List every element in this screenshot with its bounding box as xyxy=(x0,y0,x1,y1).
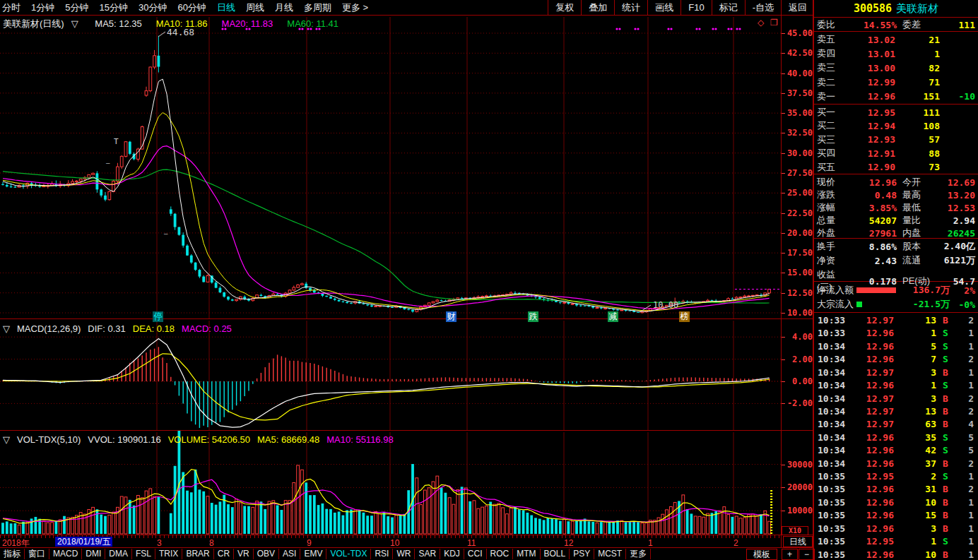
indicator-tab-SAR[interactable]: SAR xyxy=(415,549,440,559)
event-marker[interactable]: 减 xyxy=(608,311,618,322)
indicator-tab-指标[interactable]: 指标 xyxy=(0,549,25,559)
month-label: 1 xyxy=(648,538,653,548)
indicator-tab-RSI[interactable]: RSI xyxy=(371,549,393,559)
event-marker[interactable]: 榜 xyxy=(679,311,690,322)
quote-panel: 300586 美联新材 委比 14.55% 委差 111 卖五13.0221卖四… xyxy=(814,0,978,560)
toolbar-button--自选[interactable]: -自选 xyxy=(745,0,781,15)
tick-row: 10:3512.951S1 xyxy=(814,536,978,547)
axis-label: 17.50 xyxy=(782,248,813,258)
weicha-label: 委差 xyxy=(897,18,938,31)
indicator-tab-窗口[interactable]: 窗口 xyxy=(25,549,49,559)
toolbar-actions: 复权叠加统计画线F10标记-自选返回 xyxy=(548,0,814,15)
level-row: 买五12.9073 xyxy=(814,161,978,174)
indicator-tab-ROC[interactable]: ROC xyxy=(487,549,514,559)
period-tab-月线[interactable]: 月线 xyxy=(275,1,293,14)
indicator-tab-MTM[interactable]: MTM xyxy=(513,549,540,559)
tick-row: 10:3412.965S1 xyxy=(814,341,978,352)
indicator-value: DEA: 0.18 xyxy=(133,323,175,334)
indicator-tab-BOLL[interactable]: BOLL xyxy=(541,549,570,559)
selected-date-box[interactable]: 2018/01/19/五 xyxy=(55,537,112,547)
collapse-icon[interactable]: ▽ xyxy=(71,18,78,29)
toolbar-button-复权[interactable]: 复权 xyxy=(548,0,581,15)
toolbar-button-画线[interactable]: 画线 xyxy=(647,0,681,15)
indicator-tab-CR[interactable]: CR xyxy=(214,549,234,559)
macd-chart[interactable] xyxy=(0,319,814,430)
period-tab-60分钟[interactable]: 60分钟 xyxy=(177,1,206,14)
tick-row: 10:3512.9615B1 xyxy=(814,510,978,520)
indicator-tab-VOL-TDX[interactable]: VOL-TDX xyxy=(326,549,371,559)
ma-value: MA20: 11.83 xyxy=(222,18,273,29)
info-row: 涨跌0.48最高13.20 xyxy=(814,189,978,201)
indicator-tab-MCST[interactable]: MCST xyxy=(594,549,626,559)
period-box[interactable]: 日线 xyxy=(783,536,813,547)
period-tab-周线[interactable]: 周线 xyxy=(246,1,264,14)
tick-row: 10:3412.9763B4 xyxy=(814,419,978,429)
period-tab-更多 >[interactable]: 更多 > xyxy=(342,1,368,14)
month-label: 3 xyxy=(157,538,162,548)
toolbar-button-F10[interactable]: F10 xyxy=(681,0,711,15)
indicator-value: VVOL: 190901.16 xyxy=(88,434,160,445)
axis-label: 15.00 xyxy=(782,268,813,278)
block-flow-square xyxy=(856,302,862,307)
indicator-tab-ASI[interactable]: ASI xyxy=(279,549,300,559)
indicator-tab-CCI[interactable]: CCI xyxy=(464,549,487,559)
level-row: 卖二12.9971 xyxy=(814,76,978,89)
indicator-tab-FSL[interactable]: FSL xyxy=(132,549,155,559)
indicator-value: MA5: 68669.48 xyxy=(257,434,319,445)
period-tab-多周期[interactable]: 多周期 xyxy=(304,1,331,14)
indicator-tab-PSY[interactable]: PSY xyxy=(570,549,594,559)
period-tab-1分钟[interactable]: 1分钟 xyxy=(31,1,54,14)
toolbar: 分时1分钟5分钟15分钟30分钟60分钟日线周线月线多周期更多 > 复权叠加统计… xyxy=(0,0,814,15)
period-tab-日线[interactable]: 日线 xyxy=(217,1,235,14)
level-row: 卖三13.0082 xyxy=(814,61,978,74)
indicator-tab-MACD[interactable]: MACD xyxy=(49,549,82,559)
indicator-tab-WR[interactable]: WR xyxy=(393,549,415,559)
diamond-icon[interactable]: ◇ xyxy=(758,18,764,28)
app-window: 分时1分钟5分钟15分钟30分钟60分钟日线周线月线多周期更多 > 复权叠加统计… xyxy=(0,0,978,560)
level-row: 买三12.9357 xyxy=(814,133,978,146)
indicator-tab-DMI[interactable]: DMI xyxy=(82,549,105,559)
period-tab-5分钟[interactable]: 5分钟 xyxy=(65,1,88,14)
info-row: 换手8.86%股本2.40亿 xyxy=(814,240,978,253)
ma-value: MA60: 11.41 xyxy=(287,18,338,29)
toolbar-button-标记[interactable]: 标记 xyxy=(712,0,745,15)
event-marker[interactable]: 停 xyxy=(153,311,163,322)
indicator-tab-BRAR[interactable]: BRAR xyxy=(182,549,213,559)
period-tab-30分钟[interactable]: 30分钟 xyxy=(139,1,167,14)
split-window-icon[interactable]: ❐ xyxy=(770,18,778,28)
indicator-tabbar: 指标窗口MACDDMIDMAFSLTRIXBRARCRVROBVASIEMVVO… xyxy=(0,548,781,560)
axis-label: 22.50 xyxy=(782,208,813,218)
axis-label: 40.00 xyxy=(782,68,813,78)
main-candle-chart[interactable]: 44.6810.00T—— xyxy=(0,16,814,318)
toolbar-button-统计[interactable]: 统计 xyxy=(614,0,647,15)
indicator-tab-DMA[interactable]: DMA xyxy=(105,549,132,559)
date-axis: 2018年 2018/01/19/五 38910111212 xyxy=(0,535,814,547)
weibi-row: 委比 14.55% 委差 111 xyxy=(814,17,978,32)
tick-list[interactable]: 10:3312.9713B210:3312.961S110:3412.965S1… xyxy=(814,313,978,560)
collapse-icon[interactable]: ▽ xyxy=(3,434,10,445)
zoom-in-button[interactable]: + xyxy=(782,549,798,560)
collapse-icon[interactable]: ▽ xyxy=(3,323,10,334)
level-row: 卖一12.96151-10 xyxy=(814,90,978,103)
chart-title: 美联新材(日线) xyxy=(3,18,64,29)
event-marker[interactable]: 财 xyxy=(446,311,456,322)
toolbar-button-返回[interactable]: 返回 xyxy=(781,0,814,15)
tick-row: 10:3512.963B1 xyxy=(814,523,978,534)
indicator-tab-KDJ[interactable]: KDJ xyxy=(440,549,464,559)
toolbar-button-叠加[interactable]: 叠加 xyxy=(581,0,614,15)
template-button[interactable]: 模板 xyxy=(746,549,777,560)
indicator-tab-更多[interactable]: 更多 xyxy=(626,549,651,559)
indicator-tab-OBV[interactable]: OBV xyxy=(254,549,279,559)
indicator-tab-TRIX[interactable]: TRIX xyxy=(155,549,182,559)
month-label: 11 xyxy=(467,538,476,548)
period-tab-15分钟[interactable]: 15分钟 xyxy=(99,1,127,14)
zoom-out-button[interactable]: − xyxy=(799,549,815,560)
axis-label: 35.00 xyxy=(782,108,813,118)
level-row: 卖四13.011 xyxy=(814,47,978,60)
quote-info: 现价12.96今开12.69涨跌0.48最高13.20涨幅3.85%最低12.5… xyxy=(814,174,978,239)
event-marker[interactable]: 跌 xyxy=(528,311,538,322)
volume-chart[interactable] xyxy=(0,431,814,535)
period-tab-分时[interactable]: 分时 xyxy=(2,1,20,14)
indicator-tab-VR[interactable]: VR xyxy=(234,549,254,559)
indicator-tab-EMV[interactable]: EMV xyxy=(300,549,326,559)
